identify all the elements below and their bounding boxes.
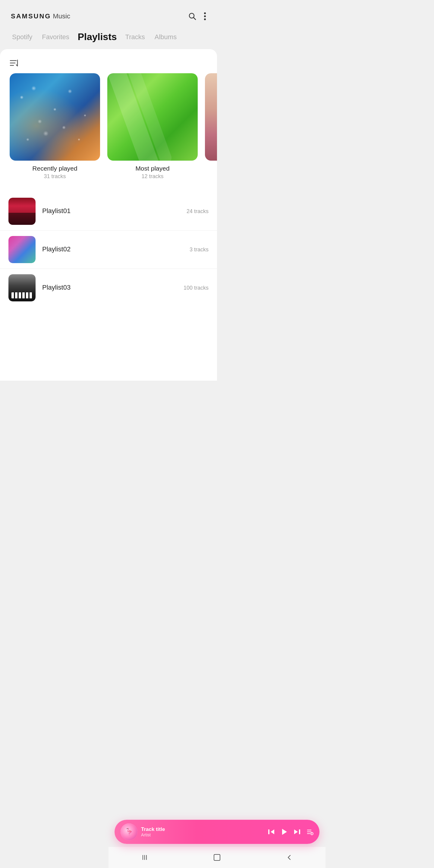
svg-point-3 (204, 16, 206, 17)
app-name: Music (53, 12, 70, 20)
brand-name: SAMSUNG (11, 12, 51, 20)
list-item[interactable]: Playlist02 3 tracks (0, 230, 217, 269)
tab-albums[interactable]: Albums (150, 31, 181, 43)
playlist03-info: Playlist03 (42, 284, 184, 292)
nav-tabs: Spotify Favorites Playlists Tracks Album… (0, 27, 217, 49)
playlist01-thumbnail (8, 198, 36, 225)
playlist-list: Playlist01 24 tracks Playlist02 3 tracks… (0, 189, 217, 310)
playlist02-info: Playlist02 (42, 245, 190, 254)
tab-spotify[interactable]: Spotify (7, 31, 37, 43)
main-content: Recently played 31 tracks Most played 12… (0, 49, 217, 381)
recently-played-thumbnail (10, 73, 100, 161)
partial-thumbnail (205, 73, 217, 161)
svg-point-2 (204, 12, 206, 14)
featured-recently-played[interactable]: Recently played 31 tracks (10, 73, 100, 180)
sort-button[interactable] (10, 59, 19, 67)
playlist01-name: Playlist01 (42, 207, 187, 215)
playlist02-tracks: 3 tracks (190, 247, 209, 253)
featured-most-played[interactable]: Most played 12 tracks (107, 73, 198, 180)
tab-favorites[interactable]: Favorites (37, 31, 74, 43)
recently-played-name: Recently played (32, 165, 77, 172)
tab-tracks[interactable]: Tracks (121, 31, 150, 43)
header-actions (188, 12, 206, 21)
header: SAMSUNG Music (0, 0, 217, 27)
recently-played-count: 31 tracks (44, 173, 66, 180)
tab-playlists[interactable]: Playlists (74, 30, 121, 44)
sort-icon (10, 59, 19, 67)
list-item[interactable]: Playlist03 100 tracks (0, 269, 217, 307)
search-button[interactable] (188, 12, 196, 21)
most-played-count: 12 tracks (141, 173, 163, 180)
svg-line-1 (194, 18, 196, 20)
most-played-thumbnail (107, 73, 198, 161)
playlist01-info: Playlist01 (42, 207, 187, 216)
svg-point-4 (204, 19, 206, 20)
svg-point-0 (189, 13, 194, 18)
playlist02-name: Playlist02 (42, 245, 190, 253)
playlist03-thumbnail (8, 274, 36, 301)
app-logo: SAMSUNG Music (11, 12, 70, 20)
playlist02-thumbnail (8, 236, 36, 263)
featured-partial (205, 73, 217, 180)
playlist03-name: Playlist03 (42, 284, 184, 291)
list-item[interactable]: Playlist01 24 tracks (0, 192, 217, 230)
most-played-name: Most played (135, 165, 169, 172)
more-options-button[interactable] (204, 12, 206, 21)
playlist03-tracks: 100 tracks (184, 285, 209, 291)
playlist01-tracks: 24 tracks (187, 208, 209, 215)
featured-playlists: Recently played 31 tracks Most played 12… (0, 73, 217, 189)
